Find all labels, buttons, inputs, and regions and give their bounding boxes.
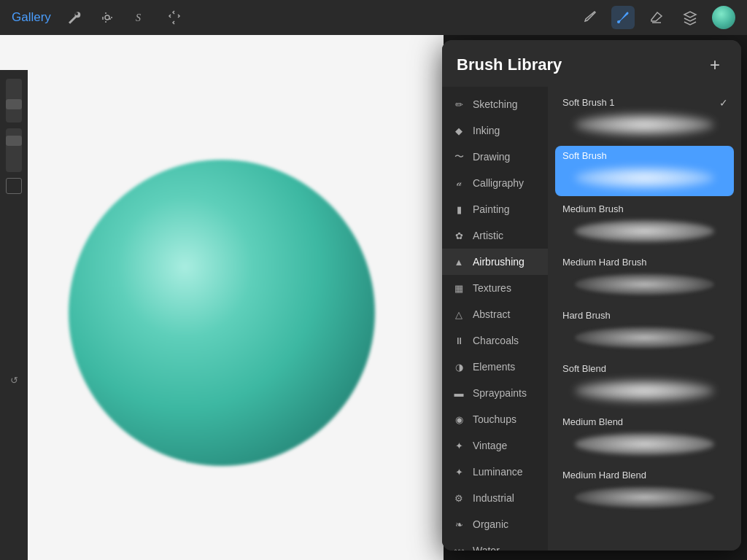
brush-size-slider[interactable] <box>6 79 22 122</box>
touchups-icon: ◉ <box>452 413 465 426</box>
brush-preview-medium-brush <box>562 217 727 245</box>
category-label-drawing: Drawing <box>473 151 510 163</box>
brush-item-hard-brush[interactable]: Hard Brush <box>555 306 734 356</box>
category-item-artistic[interactable]: ✿Artistic <box>442 222 548 249</box>
transform-icon[interactable] <box>163 7 185 28</box>
category-label-calligraphy: Calligraphy <box>473 177 524 189</box>
panel-body: ✏Sketching◆Inking〜Drawing𝒶Calligraphy▮Pa… <box>442 87 741 551</box>
charcoals-icon: ⏸ <box>452 334 465 347</box>
left-sidebar: ↺ ⊕ <box>0 70 28 560</box>
brush-preview-medium-hard-blend <box>562 483 727 511</box>
drawing-icon: 〜 <box>452 150 465 163</box>
category-item-water[interactable]: 〰Water <box>442 537 548 551</box>
elements-icon: ◑ <box>452 360 465 373</box>
svg-point-2 <box>617 20 620 23</box>
painting-icon: ▮ <box>452 203 465 216</box>
topbar: Gallery S <box>0 0 747 35</box>
brush-item-medium-blend[interactable]: Medium Blend <box>555 412 734 462</box>
add-brush-button[interactable]: + <box>703 53 727 77</box>
brush-name-hard-brush: Hard Brush <box>562 310 727 321</box>
category-item-touchups[interactable]: ◉Touchups <box>442 406 548 432</box>
category-item-abstract[interactable]: △Abstract <box>442 301 548 327</box>
brush-name-soft-brush-1: Soft Brush 1 <box>562 97 727 108</box>
opacity-slider[interactable] <box>6 128 22 172</box>
category-item-painting[interactable]: ▮Painting <box>442 196 548 222</box>
category-item-airbrushing[interactable]: ▲Airbrushing <box>442 249 548 275</box>
industrial-icon: ⚙ <box>452 491 465 505</box>
calligraphy-icon: 𝒶 <box>452 176 465 190</box>
category-item-charcoals[interactable]: ⏸Charcoals <box>442 327 548 354</box>
spraypaints-icon: ▬ <box>452 386 465 400</box>
brush-name-medium-brush: Medium Brush <box>562 203 727 214</box>
brush-name-medium-hard-blend: Medium Hard Blend <box>562 470 727 481</box>
category-item-industrial[interactable]: ⚙Industrial <box>442 485 548 511</box>
category-item-elements[interactable]: ◑Elements <box>442 354 548 380</box>
eraser-tool-icon[interactable] <box>645 6 668 29</box>
selection-icon[interactable]: S <box>130 7 152 28</box>
modify-icon[interactable] <box>96 7 118 28</box>
category-item-luminance[interactable]: ✦Luminance <box>442 459 548 485</box>
category-label-organic: Organic <box>473 518 508 530</box>
category-label-artistic: Artistic <box>473 230 503 241</box>
category-label-vintage: Vintage <box>473 440 507 451</box>
brush-item-soft-brush-1[interactable]: Soft Brush 1✓ <box>555 93 734 143</box>
category-label-painting: Painting <box>473 203 510 215</box>
svg-text:S: S <box>136 12 141 23</box>
brush-item-soft-brush[interactable]: Soft Brush <box>555 146 734 196</box>
organic-icon: ❧ <box>452 518 465 531</box>
luminance-icon: ✦ <box>452 465 465 478</box>
top-right-tools <box>578 6 735 29</box>
brush-name-medium-blend: Medium Blend <box>562 416 727 427</box>
category-item-spraypaints[interactable]: ▬Spraypaints <box>442 380 548 406</box>
category-label-touchups: Touchups <box>473 413 516 425</box>
brush-name-medium-hard-brush: Medium Hard Brush <box>562 257 727 268</box>
brush-list: Soft Brush 1✓Soft BrushMedium BrushMediu… <box>548 87 741 551</box>
category-label-inking: Inking <box>473 125 500 136</box>
canvas-drawing <box>69 160 375 466</box>
brush-item-soft-blend[interactable]: Soft Blend <box>555 359 734 409</box>
canvas-area[interactable]: ↺ ⊕ <box>0 35 444 560</box>
category-item-calligraphy[interactable]: 𝒶Calligraphy <box>442 170 548 196</box>
category-item-drawing[interactable]: 〜Drawing <box>442 144 548 170</box>
category-label-elements: Elements <box>473 361 515 373</box>
brush-library-panel: Brush Library + ✏Sketching◆Inking〜Drawin… <box>442 40 741 551</box>
category-label-water: Water <box>473 545 500 551</box>
category-label-spraypaints: Spraypaints <box>473 387 527 399</box>
undo-button[interactable]: ↺ <box>4 370 24 390</box>
category-item-sketching[interactable]: ✏Sketching <box>442 91 548 117</box>
category-label-industrial: Industrial <box>473 492 514 504</box>
brush-name-soft-blend: Soft Blend <box>562 363 727 374</box>
avatar[interactable] <box>712 6 735 29</box>
brush-item-medium-hard-brush[interactable]: Medium Hard Brush <box>555 252 734 303</box>
pen-tool-icon[interactable] <box>578 6 601 29</box>
brush-name-soft-brush: Soft Brush <box>562 150 727 161</box>
category-list: ✏Sketching◆Inking〜Drawing𝒶Calligraphy▮Pa… <box>442 87 548 551</box>
category-label-luminance: Luminance <box>473 466 523 478</box>
brush-tool-icon[interactable] <box>611 6 635 29</box>
brush-item-medium-brush[interactable]: Medium Brush <box>555 199 734 249</box>
brush-preview-soft-blend <box>562 377 727 405</box>
layers-tool-icon[interactable] <box>678 6 702 29</box>
color-square[interactable] <box>6 178 22 194</box>
brush-preview-soft-brush-1 <box>562 111 727 139</box>
panel-title: Brush Library <box>457 55 562 74</box>
category-item-vintage[interactable]: ✦Vintage <box>442 432 548 459</box>
category-label-airbrushing: Airbrushing <box>473 256 525 268</box>
water-icon: 〰 <box>452 544 465 551</box>
category-label-sketching: Sketching <box>473 98 517 110</box>
vintage-icon: ✦ <box>452 439 465 452</box>
artistic-icon: ✿ <box>452 229 465 242</box>
brush-preview-hard-brush <box>562 324 727 351</box>
category-item-inking[interactable]: ◆Inking <box>442 117 548 144</box>
category-item-organic[interactable]: ❧Organic <box>442 511 548 537</box>
textures-icon: ▦ <box>452 281 465 295</box>
inking-icon: ◆ <box>452 124 465 137</box>
category-label-charcoals: Charcoals <box>473 335 519 346</box>
category-label-abstract: Abstract <box>473 308 510 320</box>
brush-item-medium-hard-blend[interactable]: Medium Hard Blend <box>555 465 734 516</box>
gallery-button[interactable]: Gallery <box>12 10 51 25</box>
sketching-icon: ✏ <box>452 98 465 111</box>
wrench-icon[interactable] <box>63 7 85 28</box>
category-item-textures[interactable]: ▦Textures <box>442 275 548 301</box>
category-label-textures: Textures <box>473 282 511 294</box>
